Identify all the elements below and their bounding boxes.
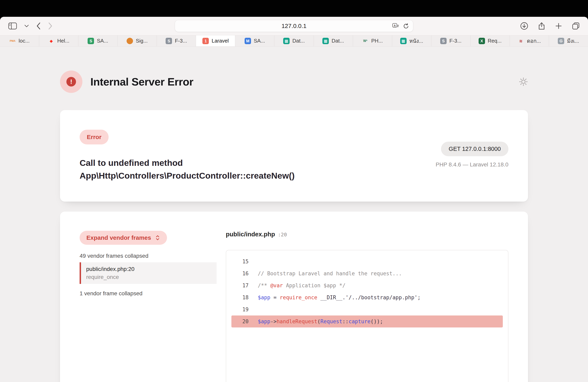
code-snippet: 1516// Bootstrap Laravel and handle the … bbox=[226, 250, 508, 382]
tab-13[interactable]: ≋ดอก... bbox=[510, 35, 549, 46]
tab-label: Laravel bbox=[211, 38, 229, 44]
tab-2[interactable]: SSA... bbox=[78, 35, 118, 46]
line-number: 20 bbox=[231, 319, 249, 325]
back-icon[interactable] bbox=[36, 22, 41, 30]
tab-label: Req... bbox=[488, 38, 502, 44]
code-line: 19 bbox=[231, 304, 503, 315]
snippet-line-number: :20 bbox=[278, 232, 287, 238]
tab-favicon: S bbox=[166, 38, 172, 44]
tab-1[interactable]: ◆Hel... bbox=[39, 35, 78, 46]
error-page-header: ! Internal Server Error bbox=[60, 71, 528, 93]
macos-menu-bar bbox=[0, 0, 588, 17]
tab-label: SA... bbox=[97, 38, 108, 44]
code-line-highlighted: 20$app->handleRequest(Request::capture()… bbox=[231, 315, 503, 327]
tab-0[interactable]: PMAloc... bbox=[0, 35, 39, 46]
tab-label: หนัง... bbox=[409, 37, 423, 45]
tab-12[interactable]: XReq... bbox=[471, 35, 510, 46]
tab-label: Hel... bbox=[57, 38, 69, 44]
tab-favicon: G bbox=[558, 38, 564, 44]
code-text: $app->handleRequest(Request::capture()); bbox=[258, 319, 383, 325]
sidebar-icon[interactable] bbox=[8, 22, 17, 30]
error-badge: Error bbox=[80, 130, 109, 144]
tab-10[interactable]: ▦หนัง... bbox=[392, 35, 431, 46]
tab-label: ดอก... bbox=[527, 37, 541, 45]
reload-icon[interactable] bbox=[403, 22, 409, 29]
download-icon[interactable] bbox=[520, 22, 528, 30]
tab-8[interactable]: ▦Dat... bbox=[314, 35, 353, 46]
tab-favicon: X bbox=[479, 38, 485, 44]
frame-method: require_once bbox=[86, 274, 211, 280]
line-number: 16 bbox=[231, 270, 249, 277]
tab-favicon: S bbox=[440, 38, 447, 44]
tab-label: Sig... bbox=[136, 38, 147, 44]
exception-card: Error Call to undefined method App\Http\… bbox=[60, 110, 528, 202]
tab-favicon bbox=[126, 38, 133, 44]
code-text: // Bootstrap Laravel and handle the requ… bbox=[258, 270, 402, 277]
tabs-overview-icon[interactable] bbox=[572, 22, 580, 30]
php-laravel-versions: PHP 8.4.6 — Laravel 12.18.0 bbox=[436, 161, 508, 168]
stack-frame-item[interactable]: public/index.php:20 require_once bbox=[80, 262, 217, 284]
tab-label: มีงเ... bbox=[567, 37, 579, 45]
collapsed-frames-top: 49 vendor frames collapsed bbox=[80, 253, 217, 259]
url-text: 127.0.0.1 bbox=[281, 22, 306, 29]
line-number: 15 bbox=[231, 259, 249, 265]
url-bar-icons: A bbox=[392, 22, 409, 29]
tab-14[interactable]: Gมีงเ... bbox=[549, 35, 588, 46]
tab-5-active[interactable]: 1Laravel bbox=[196, 35, 235, 46]
tab-favicon: ▦ bbox=[283, 38, 290, 44]
line-number: 18 bbox=[231, 294, 249, 301]
page-title: Internal Server Error bbox=[90, 76, 193, 88]
tab-favicon: S bbox=[88, 38, 94, 44]
tab-label: Dat... bbox=[293, 38, 305, 44]
share-icon[interactable] bbox=[538, 21, 546, 30]
tab-3[interactable]: Sig... bbox=[118, 35, 157, 46]
tab-label: F-3... bbox=[175, 38, 187, 44]
expand-vendor-frames-button[interactable]: Expand vendor frames bbox=[80, 231, 167, 245]
tab-label: loc... bbox=[19, 38, 30, 44]
expand-vendor-frames-label: Expand vendor frames bbox=[86, 234, 151, 241]
tab-label: Dat... bbox=[332, 38, 344, 44]
collapsed-frames-bottom: 1 vendor frame collapsed bbox=[80, 290, 217, 297]
request-method-pill: GET 127.0.0.1:8000 bbox=[441, 142, 508, 156]
tab-favicon: 1 bbox=[202, 38, 209, 44]
tab-strip: PMAloc...◆Hel...SSA...Sig...SF-3...1Lara… bbox=[0, 35, 588, 47]
line-number: 17 bbox=[231, 283, 249, 288]
sidebar-chevron-down-icon[interactable] bbox=[24, 25, 29, 27]
browser-toolbar: 127.0.0.1 A bbox=[0, 17, 588, 35]
stack-trace-card: Expand vendor frames 49 vendor frames co… bbox=[60, 211, 528, 382]
page-content: ! Internal Server Error bbox=[0, 47, 588, 382]
tab-label: SA... bbox=[254, 38, 265, 44]
frame-file: public/index.php:20 bbox=[86, 266, 211, 272]
code-line: 17/** @var Application $app */ bbox=[231, 280, 503, 291]
forward-icon[interactable] bbox=[48, 22, 53, 30]
tab-label: PH... bbox=[371, 38, 383, 44]
url-bar[interactable]: 127.0.0.1 A bbox=[175, 20, 413, 32]
svg-text:A: A bbox=[394, 24, 396, 27]
code-snippet-panel: public/index.php :20 1516// Bootstrap La… bbox=[226, 231, 508, 382]
translate-icon[interactable]: A bbox=[392, 23, 399, 29]
request-meta: GET 127.0.0.1:8000 PHP 8.4.6 — Laravel 1… bbox=[436, 142, 508, 168]
tab-4[interactable]: SF-3... bbox=[157, 35, 196, 46]
tab-label: F-3... bbox=[449, 38, 462, 44]
tab-favicon: W³ bbox=[362, 38, 368, 44]
tab-favicon: ▦ bbox=[322, 38, 329, 44]
exception-message-line2: App\Http\Controllers\ProductController::… bbox=[80, 169, 508, 182]
trace-frame-list: Expand vendor frames 49 vendor frames co… bbox=[80, 231, 217, 382]
exclamation-icon: ! bbox=[66, 77, 76, 87]
code-line: 16// Bootstrap Laravel and handle the re… bbox=[231, 267, 503, 280]
tab-7[interactable]: ▦Dat... bbox=[274, 35, 314, 46]
code-line: 15 bbox=[231, 256, 503, 267]
tab-favicon: ≋ bbox=[518, 38, 524, 44]
tab-11[interactable]: SF-3... bbox=[431, 35, 471, 46]
code-line: 18$app = require_once __DIR__.'/../boots… bbox=[231, 291, 503, 304]
safari-window: 127.0.0.1 A bbox=[0, 17, 588, 382]
snippet-file-name: public/index.php bbox=[226, 231, 275, 238]
tab-favicon: M bbox=[245, 38, 251, 44]
tab-6[interactable]: MSA... bbox=[235, 35, 274, 46]
line-number: 19 bbox=[231, 306, 249, 312]
new-tab-icon[interactable] bbox=[555, 22, 562, 30]
code-text: $app = require_once __DIR__.'/../bootstr… bbox=[258, 294, 420, 301]
toolbar-right-group bbox=[520, 21, 580, 30]
theme-toggle-sun-icon[interactable] bbox=[519, 77, 528, 86]
tab-9[interactable]: W³PH... bbox=[353, 35, 392, 46]
